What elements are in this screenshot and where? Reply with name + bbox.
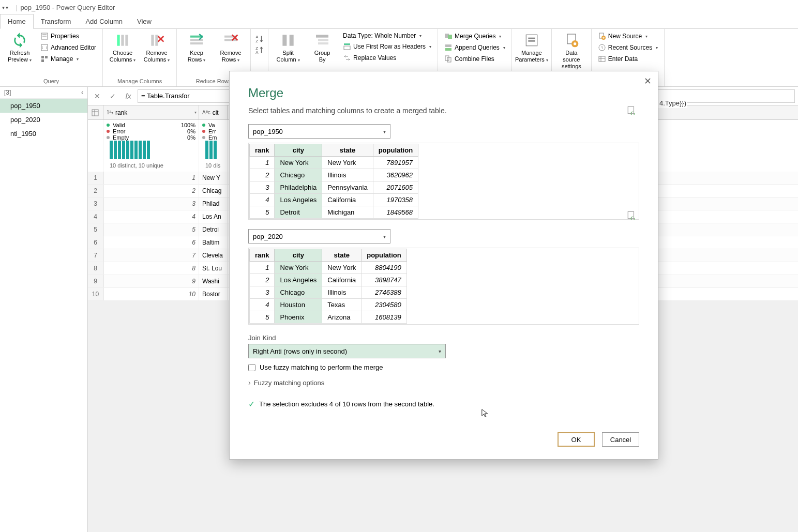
- distribution-chart: [107, 141, 195, 161]
- remove-rows-button[interactable]: Remove Rows: [215, 31, 246, 64]
- table1-select[interactable]: pop_1950: [248, 124, 390, 139]
- merge-icon: [444, 32, 453, 40]
- editor-icon: [40, 43, 49, 52]
- table2-select[interactable]: pop_2020: [248, 229, 390, 244]
- cancel-formula-icon[interactable]: ✕: [91, 90, 103, 102]
- refresh-preview-button[interactable]: Refresh Preview: [4, 31, 35, 64]
- sort-desc-icon[interactable]: ZA: [255, 45, 264, 55]
- data-type-button[interactable]: Data Type: Whole Number: [341, 31, 433, 40]
- parameters-icon: [523, 32, 540, 49]
- query-item-nti_1950[interactable]: nti_1950: [0, 127, 87, 141]
- ok-button[interactable]: OK: [558, 432, 595, 447]
- keep-rows-button[interactable]: Keep Rows: [181, 31, 212, 64]
- split-column-button[interactable]: Split Column: [273, 31, 304, 64]
- combine-files-icon: [444, 55, 453, 63]
- svg-rect-9: [125, 35, 128, 45]
- close-button[interactable]: ✕: [644, 75, 652, 87]
- table-icon[interactable]: [91, 109, 99, 117]
- svg-rect-26: [344, 43, 350, 45]
- merge-queries-button[interactable]: Merge Queries: [442, 31, 507, 41]
- column-header-city[interactable]: Aᴮccit: [199, 105, 228, 119]
- svg-rect-10: [151, 35, 154, 45]
- tab-transform[interactable]: Transform: [34, 14, 79, 28]
- sort-asc-icon[interactable]: AZ: [255, 34, 264, 43]
- qat-dropdown-icon[interactable]: ▾: [2, 5, 5, 10]
- cancel-button[interactable]: Cancel: [602, 432, 639, 447]
- svg-text:A: A: [255, 50, 259, 55]
- headers-icon: [343, 42, 351, 51]
- join-kind-label: Join Kind: [248, 334, 639, 342]
- query-item-pop_1950[interactable]: pop_1950: [0, 99, 87, 113]
- combine-files-button[interactable]: Combine Files: [442, 54, 507, 64]
- refresh-preview2-icon[interactable]: [627, 210, 636, 220]
- append-queries-button[interactable]: Append Queries: [442, 42, 507, 53]
- queries-count: [3]: [4, 89, 11, 96]
- query-item-pop_2020[interactable]: pop_2020: [0, 113, 87, 127]
- svg-rect-43: [599, 56, 605, 62]
- tab-add-column[interactable]: Add Column: [78, 14, 130, 28]
- svg-rect-25: [318, 42, 328, 44]
- recent-icon: [598, 43, 606, 52]
- svg-rect-5: [45, 56, 48, 58]
- svg-rect-22: [290, 35, 294, 45]
- recent-sources-button[interactable]: Recent Sources: [596, 42, 660, 53]
- fx-icon[interactable]: fx: [122, 90, 134, 102]
- svg-point-39: [574, 42, 576, 45]
- join-kind-select[interactable]: Right Anti (rows only in second): [248, 344, 446, 358]
- append-icon: [444, 43, 453, 52]
- fuzzy-matching-checkbox[interactable]: Use fuzzy matching to perform the merge: [248, 363, 639, 371]
- tab-home[interactable]: Home: [0, 14, 34, 29]
- window-title: pop_1950 - Power Query Editor: [20, 4, 115, 11]
- dialog-title: Merge: [248, 86, 639, 100]
- remove-rows-icon: [222, 32, 239, 49]
- preview-table-1: rankcitystatepopulation 1New YorkNew Yor…: [248, 143, 639, 220]
- fuzzy-options-expander[interactable]: Fuzzy matching options: [248, 378, 639, 387]
- manage-button[interactable]: Manage: [38, 54, 98, 64]
- accept-formula-icon[interactable]: ✓: [107, 90, 119, 102]
- new-source-button[interactable]: New Source: [596, 31, 660, 41]
- svg-rect-29: [448, 35, 452, 39]
- svg-rect-46: [92, 110, 98, 116]
- remove-columns-button[interactable]: Remove Columns: [141, 31, 172, 64]
- merge-dialog: ✕ Merge Select tables and matching colum…: [229, 71, 658, 460]
- remove-columns-icon: [148, 32, 165, 49]
- advanced-editor-button[interactable]: Advanced Editor: [38, 42, 98, 53]
- svg-rect-35: [528, 38, 535, 39]
- svg-rect-24: [318, 39, 328, 41]
- ribbon-group-query: Query: [4, 77, 98, 84]
- svg-rect-49: [628, 107, 634, 114]
- preview-table-2: rankcitystatepopulation 1New YorkNew Yor…: [248, 248, 639, 325]
- svg-rect-6: [41, 59, 44, 62]
- refresh-preview1-icon[interactable]: [627, 105, 636, 115]
- svg-rect-14: [190, 42, 203, 44]
- collapse-icon[interactable]: ‹: [81, 89, 83, 96]
- svg-rect-21: [282, 35, 287, 45]
- svg-rect-8: [121, 35, 124, 45]
- manage-parameters-button[interactable]: Manage Parameters: [516, 31, 547, 64]
- properties-button[interactable]: Properties: [38, 31, 98, 41]
- enter-data-button[interactable]: Enter Data: [596, 54, 660, 64]
- data-source-settings-button[interactable]: Data source settings: [556, 31, 587, 71]
- qat-dropdown-icon[interactable]: ▾: [6, 5, 8, 10]
- queries-panel: [3] ‹ pop_1950pop_2020nti_1950: [0, 87, 88, 532]
- svg-rect-31: [445, 48, 451, 51]
- group-by-icon: [314, 32, 330, 49]
- svg-rect-3: [41, 44, 48, 51]
- svg-rect-13: [190, 39, 203, 41]
- keep-rows-icon: [188, 32, 205, 49]
- check-icon: ✓: [248, 399, 255, 409]
- replace-values-button[interactable]: Replace Values: [341, 53, 433, 63]
- mouse-cursor: [481, 408, 490, 420]
- enter-data-icon: [598, 55, 606, 63]
- choose-columns-button[interactable]: Choose Columns: [107, 31, 138, 64]
- title-bar: ▾ ▾ | pop_1950 - Power Query Editor: [0, 0, 798, 14]
- choose-columns-icon: [114, 32, 131, 49]
- svg-rect-4: [41, 56, 44, 58]
- column-header-rank[interactable]: 1²₃rank▾: [103, 105, 199, 119]
- svg-rect-11: [155, 35, 158, 45]
- new-source-icon: [598, 32, 606, 40]
- dialog-subtitle: Select tables and matching columns to cr…: [248, 107, 639, 115]
- use-first-row-button[interactable]: Use First Row as Headers: [341, 41, 433, 52]
- group-by-button[interactable]: Group By: [307, 31, 338, 64]
- tab-view[interactable]: View: [130, 14, 159, 28]
